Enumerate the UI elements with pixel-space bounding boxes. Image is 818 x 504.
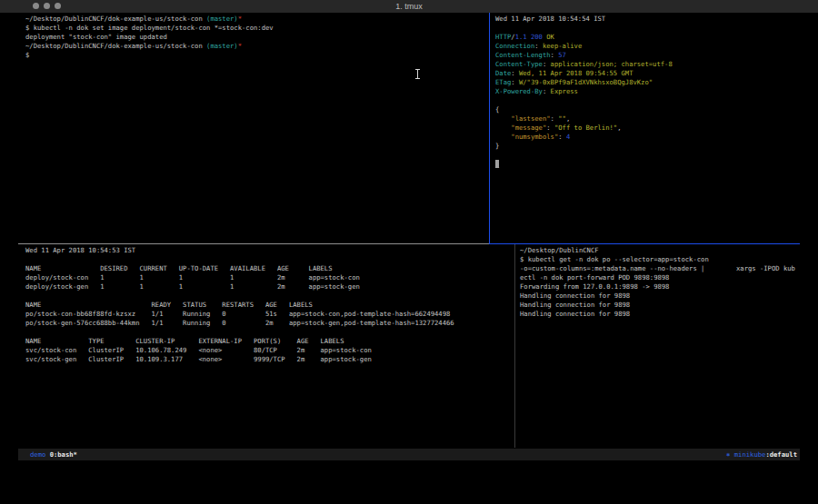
terminal-text-segment: Handling connection for 9898 [520,310,630,318]
terminal-line [495,24,673,33]
terminal-line [25,292,454,301]
terminal-line: NAME READY STATUS RESTARTS AGE LABELS [25,301,454,310]
terminal-text-segment: Wed 11 Apr 2018 10:54:53 IST [25,246,135,254]
terminal-line: po/stock-con-bb68f88fd-kzsxz 1/1 Running… [25,310,454,319]
terminal-text-segment: Handling connection for 9898 [520,292,630,300]
tmux-session-and-window[interactable]: demo 0:bash* [30,449,77,460]
terminal-line: demo 0:bash* [30,449,77,460]
terminal-text-segment: -o=custom-columns=:metadata.name --no-he… [520,264,795,272]
pane-top-left-shell[interactable]: ~/Desktop/DublinCNCF/dok-example-us/stoc… [25,15,274,60]
terminal-text-segment: ~/Desktop/DublinCNCF/dok-example-us/stoc… [25,15,206,23]
terminal-text-segment: "" [558,114,566,123]
terminal-text-segment: ~/Desktop/DublinCNCF [520,246,599,254]
terminal-text-segment: "Off to Berlin!" [554,124,617,132]
terminal-window: 1. tmux ~/Desktop/DublinCNCF/dok-example… [0,0,818,504]
terminal-text-segment: : [551,114,559,123]
terminal-text-segment: 57 [558,51,566,59]
terminal-line: Content-Length: 57 [495,51,673,60]
terminal-text-segment: ⎈ minikube [726,450,765,459]
terminal-text-segment: : [546,124,554,132]
terminal-text-segment: svc/stock-con ClusterIP 10.106.78.249 <n… [25,346,372,354]
terminal-text-segment: Handling connection for 9898 [520,301,630,309]
terminal-line: Wed 11 Apr 2018 10:54:53 IST [25,246,454,255]
terminal-line [495,96,673,105]
terminal-text-segment: Date [495,69,511,77]
kube-context-indicator: ⎈ minikube:default [726,449,797,460]
terminal-text-segment: : [543,87,551,95]
terminal-text-segment: $ kubectl get -n dok po --selector=app=s… [520,255,709,263]
terminal-text-segment: } [495,142,499,150]
terminal-line: "numsymbols": 4 [495,133,673,142]
terminal-text-segment: : [511,69,519,77]
window-titlebar[interactable]: 1. tmux [0,0,818,13]
terminal-line: ~/Desktop/DublinCNCF/dok-example-us/stoc… [25,15,274,24]
terminal-line: $ kubectl -n dok set image deployment/st… [25,24,274,33]
pane-bottom-left-kubectl-watch[interactable]: Wed 11 Apr 2018 10:54:53 IST NAME DESIRE… [25,246,454,364]
terminal-text-segment: "lastseen" [495,114,551,123]
terminal-line: Wed 11 Apr 2018 10:54:54 IST [495,15,673,24]
terminal-text-segment: Forwarding from 127.0.0.1:9898 -> 9898 [520,282,669,291]
pane-border-horizontal-left[interactable] [18,243,489,244]
terminal-line: ~/Desktop/DublinCNCF [520,246,795,255]
terminal-line: X-Powered-By: Express [495,87,673,96]
terminal-text-segment: 4 [566,133,570,141]
terminal-line: Connection: keep-alive [495,42,673,51]
terminal-text-segment: , [617,124,621,132]
terminal-line: Handling connection for 9898 [520,310,795,319]
terminal-text-segment: Express [551,87,578,95]
pane-border-horizontal-right-active[interactable] [489,243,800,244]
terminal-line [25,328,454,337]
terminal-line: deployment "stock-con" image updated [25,33,274,42]
terminal-text-segment: deploy/stock-con 1 1 1 1 2m app=stock-co… [25,273,360,282]
terminal-text-segment: NAME READY STATUS RESTARTS AGE LABELS [25,301,313,309]
terminal-line: Handling connection for 9898 [520,292,795,301]
terminal-line: ectl -n dok port-forward POD 9898:9898 [520,273,795,282]
terminal-text-segment: Content-Length [495,51,551,59]
terminal-text-segment: , [566,114,570,123]
pane-border-vertical-bottom[interactable] [514,244,515,448]
terminal-text-segment: Wed 11 Apr 2018 10:54:54 IST [495,15,605,23]
terminal-line: svc/stock-con ClusterIP 10.106.78.249 <n… [25,346,454,355]
terminal-text-segment: 1.1 200 [515,33,543,41]
terminal-text-segment: ~/Desktop/DublinCNCF/dok-example-us/stoc… [25,42,206,50]
terminal-line: Content-Type: application/json; charset=… [495,60,673,69]
terminal-line: deploy/stock-gen 1 1 1 1 2m app=stock-ge… [25,282,454,292]
terminal-line: { [495,105,673,114]
terminal-line: Date: Wed, 11 Apr 2018 09:54:55 GMT [495,69,673,78]
terminal-text-segment: : [511,78,519,86]
terminal-line: NAME DESIRED CURRENT UP-TO-DATE AVAILABL… [25,264,454,273]
terminal-text-segment: : [558,133,566,141]
terminal-text-segment: { [495,105,499,114]
terminal-text-segment: NAME DESIRED CURRENT UP-TO-DATE AVAILABL… [25,264,333,272]
terminal-line: NAME TYPE CLUSTER-IP EXTERNAL-IP PORT(S)… [25,337,454,346]
terminal-text-segment: HTTP [495,33,511,41]
terminal-line: $ [25,51,274,60]
terminal-line: svc/stock-gen ClusterIP 10.109.3.177 <no… [25,355,454,364]
terminal-text-segment: deploy/stock-gen 1 1 1 1 2m app=stock-ge… [25,282,360,291]
terminal-text-segment: Wed, 11 Apr 2018 09:54:55 GMT [519,69,633,77]
terminal-text-segment: Connection [495,42,534,50]
terminal-text-segment: * [238,42,242,50]
terminal-text-segment: application/json; charset=utf-8 [551,60,673,68]
terminal-text-segment: deployment "stock-con" image updated [25,33,167,41]
pane-bottom-right-port-forward[interactable]: ~/Desktop/DublinCNCF$ kubectl get -n dok… [520,246,795,319]
terminal-text-segment: svc/stock-gen ClusterIP 10.109.3.177 <no… [25,355,372,363]
pane-border-vertical-active[interactable] [489,13,490,243]
terminal-line: ETag: W/"39-0xBPf9aF1dXVNkhsxoBQgJ8vKzo" [495,78,673,87]
terminal-text-segment: _ [495,160,499,168]
terminal-text-segment: keep-alive [543,42,582,50]
terminal-text-segment: demo [30,450,45,459]
terminal-line: ~/Desktop/DublinCNCF/dok-example-us/stoc… [25,42,274,51]
terminal-text-segment: $ kubectl -n dok set image deployment/st… [25,24,274,32]
terminal-line: -o=custom-columns=:metadata.name --no-he… [520,264,795,273]
terminal-line [495,151,673,160]
terminal-line: deploy/stock-con 1 1 1 1 2m app=stock-co… [25,273,454,282]
terminal-line [25,255,454,264]
terminal-text-segment: : [543,60,551,68]
window-title: 1. tmux [0,2,818,11]
terminal-line: "lastseen": "", [495,114,673,124]
terminal-text-segment: ectl -n dok port-forward POD 9898:9898 [520,273,669,282]
mouse-ibeam-cursor [415,69,420,79]
terminal-text-segment: Content-Type [495,60,543,68]
pane-top-right-http-response[interactable]: Wed 11 Apr 2018 10:54:54 IST HTTP/1.1 20… [495,15,673,169]
